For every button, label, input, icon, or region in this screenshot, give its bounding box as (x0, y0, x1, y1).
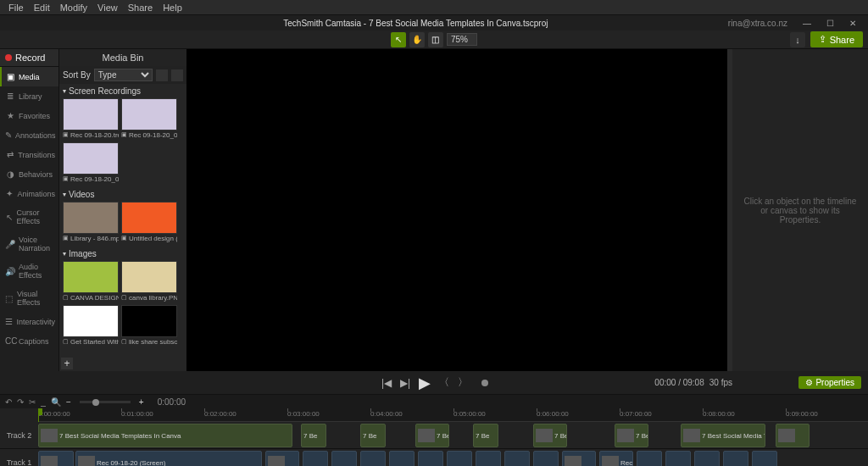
properties-button[interactable]: ⚙Properties (798, 376, 861, 389)
cut-button[interactable]: ✂ (29, 397, 36, 407)
sidebar-item-captions[interactable]: CCCaptions (0, 331, 58, 351)
timeline-clip[interactable]: 7 Best Social Media Templates In Canva (38, 424, 292, 447)
media-item[interactable]: ▣Rec 09-18-20_001... (121, 98, 177, 140)
timeline-clip[interactable] (38, 451, 74, 466)
favorites-icon: ★ (5, 111, 15, 120)
bin-section-images[interactable]: Images (61, 247, 185, 261)
timeline-clip[interactable] (265, 451, 299, 466)
step-fwd-button[interactable]: 〈 (437, 375, 451, 390)
timeline-clip[interactable]: 7 Best S (415, 424, 449, 447)
media-type-icon: ▢ (121, 294, 127, 302)
timeline-clip[interactable] (303, 451, 328, 466)
hand-tool-icon[interactable]: ✋ (409, 32, 425, 47)
media-item[interactable]: ▢like share subscri... (121, 305, 177, 347)
timeline-clip[interactable] (665, 451, 691, 466)
timeline-clip[interactable] (504, 451, 530, 466)
sidebar-item-voice-narration[interactable]: 🎤Voice Narration (0, 230, 58, 258)
media-item[interactable]: ▢Get Started With... (63, 305, 119, 347)
sidebar-item-interactivity[interactable]: ☰Interactivity (0, 312, 58, 331)
canvas-zoom-select[interactable]: 75% (447, 33, 477, 46)
timeline-clip[interactable]: 7 Best (615, 424, 648, 447)
timeline-clip[interactable] (752, 451, 777, 466)
timeline-clip[interactable] (418, 451, 443, 466)
undo-button[interactable]: ↶ (5, 397, 12, 407)
timeline-clip[interactable]: Rec 09-18-20 (Screen) (75, 451, 262, 466)
prev-frame-button[interactable]: |◀ (380, 377, 393, 389)
sidebar-item-visual-effects[interactable]: ⬚Visual Effects (0, 285, 58, 312)
timeline-clip[interactable] (533, 451, 559, 466)
sidebar-item-transitions[interactable]: ⇄Transitions (0, 145, 58, 164)
timeline-clip[interactable]: 7 Be (301, 424, 326, 447)
timeline-clip[interactable] (723, 451, 748, 466)
redo-button[interactable]: ↷ (17, 397, 24, 407)
bin-section-screen-recordings[interactable]: Screen Recordings (61, 84, 185, 98)
sidebar-item-annotations[interactable]: ✎Annotations (0, 125, 58, 145)
media-item[interactable]: ▢canva library.PNG (121, 261, 177, 302)
menu-share[interactable]: Share (123, 3, 158, 13)
sort-label: Sort By (63, 70, 91, 80)
arrow-tool-icon[interactable]: ↖ (391, 32, 406, 47)
track-1-label[interactable]: Track 1 (0, 449, 38, 466)
timeline-clip[interactable] (331, 451, 357, 466)
annotations-icon: ✎ (5, 130, 12, 140)
timeline-clip[interactable] (447, 451, 472, 466)
menu-modify[interactable]: Modify (55, 3, 92, 13)
media-item[interactable]: ▣Library - 846.mp4 (63, 202, 119, 243)
media-item[interactable]: ▣Untitled design (1)... (121, 202, 177, 243)
grid-view-icon[interactable] (171, 69, 183, 81)
close-icon[interactable]: ✕ (844, 19, 861, 28)
menu-edit[interactable]: Edit (29, 3, 55, 13)
top-toolbar: ↖ ✋ ◫ 75% ↓ ⇪Share (0, 31, 868, 49)
timeline-ruler[interactable]: 0:00:00:000:01:00:000:02:00:000:03:00:00… (38, 408, 868, 422)
sidebar-item-cursor-effects[interactable]: ↖Cursor Effects (0, 203, 58, 230)
media-item[interactable]: ▣Rec 09-18-20_002... (63, 142, 119, 184)
timeline-zoom-slider[interactable] (80, 401, 131, 403)
timeline-clip[interactable]: 7 Best Social Media Templ (681, 424, 765, 447)
media-item[interactable]: ▣Rec 09-18-20.trec (63, 98, 119, 140)
timeline-clip[interactable] (476, 451, 501, 466)
add-media-button[interactable]: + (61, 358, 73, 369)
timeline-clip[interactable] (694, 451, 720, 466)
minimize-icon[interactable]: — (798, 19, 816, 28)
menu-file[interactable]: File (3, 3, 29, 13)
timeline-clip[interactable]: 7 Best (533, 424, 567, 447)
user-label[interactable]: rina@xtra.co.nz (723, 19, 793, 28)
sidebar-item-behaviors[interactable]: ◑Behaviors (0, 164, 58, 184)
media-item[interactable]: ▢CANVA DESIGNS... (63, 261, 119, 302)
play-button[interactable]: ▶ (417, 374, 432, 392)
playback-bar: |◀ ▶| ▶ 〈 〉 00:00 / 09:08 30 fps ⚙Proper… (0, 371, 868, 395)
timeline-clip[interactable] (776, 424, 810, 447)
export-button[interactable]: ↓ (790, 32, 805, 47)
timeline-clip[interactable]: Rec 09-1 (599, 451, 633, 466)
track-2-label[interactable]: Track 2 (0, 422, 38, 449)
maximize-icon[interactable]: ☐ (821, 19, 839, 28)
record-button[interactable]: Record (0, 49, 58, 67)
crop-tool-icon[interactable]: ◫ (428, 32, 443, 47)
next-frame-button[interactable]: 〉 (456, 375, 470, 390)
timeline-clip[interactable] (637, 451, 662, 466)
menu-view[interactable]: View (92, 3, 123, 13)
media-type-icon: ▢ (63, 294, 69, 302)
bin-section-videos[interactable]: Videos (61, 187, 185, 202)
menu-help[interactable]: Help (158, 3, 187, 13)
track-2[interactable]: 7 Best Social Media Templates In Canva7 … (38, 422, 868, 449)
timeline-clip[interactable]: 7 Be (473, 424, 498, 447)
sidebar-item-audio-effects[interactable]: 🔊Audio Effects (0, 258, 58, 285)
split-button[interactable]: ⎯ (41, 397, 46, 407)
sort-select[interactable]: Type (94, 69, 153, 81)
timeline-clip[interactable] (562, 451, 596, 466)
timeline-clip[interactable] (389, 451, 415, 466)
sidebar-item-animations[interactable]: ✦Animations (0, 184, 58, 203)
ruler-mark: 0:09:00:00 (786, 410, 818, 418)
step-back-button[interactable]: ▶| (398, 377, 412, 389)
list-view-icon[interactable] (156, 69, 168, 81)
sidebar-item-media[interactable]: ▣Media (0, 67, 58, 86)
share-button[interactable]: ⇪Share (810, 31, 863, 47)
track-1[interactable]: Rec 09-18-20 (Screen)Rec 09-1 (38, 449, 868, 466)
zoom-out-button[interactable]: 🔍 (51, 397, 61, 407)
sidebar-item-library[interactable]: ≣Library (0, 86, 58, 106)
canvas-preview[interactable] (186, 49, 727, 371)
timeline-clip[interactable]: 7 Be (360, 424, 386, 447)
sidebar-item-favorites[interactable]: ★Favorites (0, 106, 58, 125)
timeline-clip[interactable] (360, 451, 386, 466)
